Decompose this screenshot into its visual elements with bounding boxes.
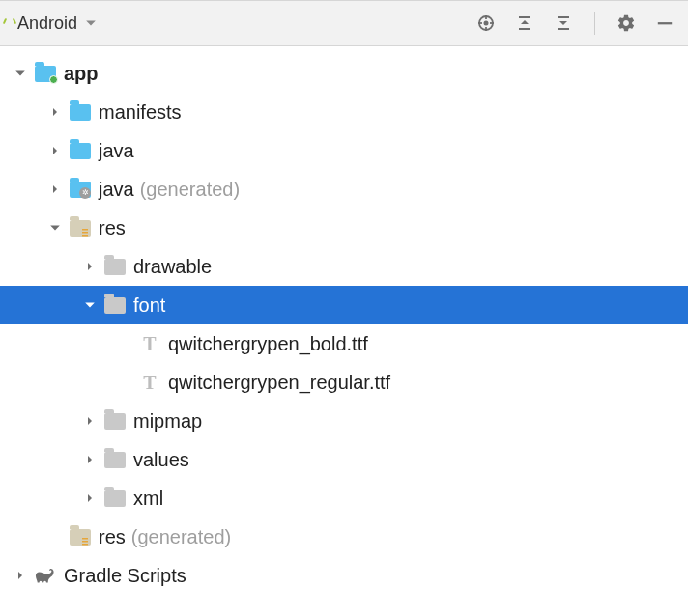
expand-arrow-icon[interactable] [83,416,97,426]
gradle-icon [35,565,56,586]
folder-icon [104,256,126,277]
tree-node-manifests[interactable]: manifests [0,93,688,131]
svg-point-5 [484,21,489,26]
node-label: java [99,140,134,162]
folder-icon [104,410,126,432]
svg-rect-8 [558,16,569,18]
expand-arrow-icon[interactable] [83,493,97,503]
font-file-icon: T [139,333,160,354]
svg-rect-10 [658,22,672,24]
tree-node-mipmap[interactable]: mipmap [0,402,688,440]
node-label: drawable [133,256,212,278]
tree-node-java[interactable]: java [0,131,688,170]
collapse-all-icon[interactable] [550,10,577,37]
node-label: qwitchergrypen_regular.ttf [168,372,390,394]
tree-node-font[interactable]: font [0,286,688,324]
resource-folder-icon [70,217,91,238]
tree-node-font-file[interactable]: T qwitchergrypen_regular.ttf [0,363,688,402]
tree-node-java-generated[interactable]: ✲ java (generated) [0,170,688,209]
folder-icon [70,140,91,161]
tree-node-res[interactable]: res [0,209,688,247]
chevron-down-icon [85,17,97,29]
expand-arrow-icon[interactable] [48,184,62,194]
expand-arrow-icon[interactable] [48,146,62,155]
node-label: font [133,294,165,317]
gear-icon[interactable] [613,10,640,37]
node-label: res [99,526,126,548]
svg-rect-6 [519,16,530,18]
node-label: mipmap [133,410,202,433]
folder-icon [104,488,126,509]
svg-rect-9 [558,28,569,30]
node-label: qwitchergrypen_bold.ttf [168,333,368,355]
svg-rect-7 [519,28,530,30]
hide-icon[interactable] [651,10,678,37]
expand-arrow-icon[interactable] [48,222,62,234]
font-file-icon: T [139,372,160,393]
node-suffix: (generated) [131,526,231,548]
expand-arrow-icon[interactable] [14,571,27,580]
tree-node-font-file[interactable]: T qwitchergrypen_bold.ttf [0,324,688,363]
divider [594,12,595,35]
resource-folder-icon [70,526,91,547]
project-tree: app manifests java ✲ java (generated) [0,46,688,595]
folder-icon [104,449,126,470]
expand-arrow-icon[interactable] [48,107,62,117]
module-folder-icon [35,63,56,84]
expand-arrow-icon[interactable] [83,262,97,271]
expand-all-icon[interactable] [511,10,538,37]
folder-icon [104,294,126,316]
folder-icon [70,101,91,123]
node-label: java [99,179,134,201]
tree-node-xml[interactable]: xml [0,479,688,518]
expand-arrow-icon[interactable] [14,68,27,79]
node-label: app [64,63,99,85]
generated-folder-icon: ✲ [70,179,91,200]
tree-node-gradle-scripts[interactable]: Gradle Scripts [0,556,688,595]
view-title: Android [17,14,77,34]
node-label: res [99,217,126,239]
view-selector[interactable]: Android [10,14,97,34]
node-label: Gradle Scripts [64,565,186,587]
node-suffix: (generated) [140,179,240,201]
tree-node-app[interactable]: app [0,54,688,93]
tree-node-values[interactable]: values [0,440,688,479]
node-label: values [133,449,189,471]
node-label: xml [133,488,163,510]
expand-arrow-icon[interactable] [83,299,97,311]
tree-node-drawable[interactable]: drawable [0,247,688,286]
node-label: manifests [99,101,182,124]
expand-arrow-icon[interactable] [83,455,97,464]
tree-node-res-generated[interactable]: res (generated) [0,518,688,556]
select-opened-file-icon[interactable] [473,10,500,37]
toolbar: Android [0,0,688,46]
